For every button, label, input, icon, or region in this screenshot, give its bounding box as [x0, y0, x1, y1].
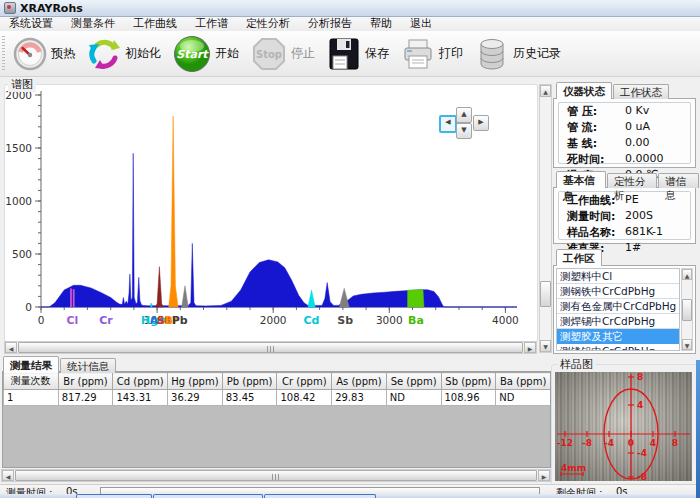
field-label: 死时间: [567, 152, 625, 167]
tab-basic-info[interactable]: 基本信息 [556, 171, 606, 188]
element-label-Sb: Sb [337, 314, 353, 327]
tab-statistics[interactable]: 统计信息 [60, 358, 116, 373]
instrument-tabs: 仪器状态 工作状态 [556, 82, 670, 99]
instrument-status-panel: 管 压:0 Kv管 流:0 uA基 线:0.00死时间:0.0000温 度:0.… [553, 98, 696, 168]
workspace-item-5[interactable]: 测镁铝中CrCdPbHg [557, 344, 679, 351]
results-table-container: 测量次数Br (ppm)Cd (ppm)Hg (ppm)Pb (ppm)Cr (… [2, 371, 551, 468]
tab-qualitative-analysis[interactable]: 定性分析 [607, 173, 657, 188]
save-label: 保存 [365, 45, 389, 62]
line-marker [150, 303, 152, 307]
scroll-left-icon[interactable]: ◀ [2, 470, 14, 481]
taskbar-button[interactable] [76, 494, 152, 498]
workspace-item-3[interactable]: 测焊锡中CrCdPbHg [557, 314, 679, 329]
svg-text:4: 4 [650, 438, 656, 448]
series-peak-cyan-cd [308, 290, 315, 307]
line-marker [73, 289, 75, 307]
print-label: 打印 [439, 45, 463, 62]
svg-text:-4: -4 [637, 448, 647, 458]
column-header[interactable]: Hg (ppm) [168, 373, 223, 390]
taskbar-button[interactable] [264, 494, 376, 498]
menu-item-6[interactable]: 帮助 [361, 17, 401, 31]
column-header[interactable]: 测量次数 [4, 373, 59, 390]
pan-up-button[interactable]: ▲ [456, 107, 472, 123]
scroll-right-icon[interactable]: ▶ [524, 342, 536, 353]
vertical-scroll-thumb[interactable] [540, 281, 551, 307]
svg-text:Start: Start [176, 48, 209, 61]
table-row[interactable]: 1817.29143.3136.2983.45108.4229.83ND108.… [4, 390, 551, 406]
vertical-scroll-thumb[interactable] [682, 299, 692, 321]
chart-horizontal-scrollbar[interactable]: ◀ ▶ [4, 341, 537, 354]
scroll-up-icon[interactable]: ▲ [540, 85, 551, 97]
field-label: 测量时间: [567, 209, 625, 224]
desktop-sliver [696, 360, 700, 498]
menu-item-4[interactable]: 定性分析 [237, 17, 299, 31]
start-button[interactable]: Start 开始 [169, 33, 247, 75]
initialize-button[interactable]: 初始化 [83, 35, 169, 73]
column-header[interactable]: Cd (ppm) [113, 373, 168, 390]
svg-text:8: 8 [637, 372, 643, 382]
scroll-down-icon[interactable]: ▼ [540, 340, 551, 352]
column-header[interactable]: Br (ppm) [58, 373, 113, 390]
field-value: 0 Kv [625, 104, 649, 119]
svg-text:500: 500 [12, 248, 32, 260]
menu-item-3[interactable]: 工作谱 [186, 17, 237, 31]
save-button[interactable]: 保存 [323, 35, 397, 73]
pan-right-button[interactable]: ▶ [473, 115, 489, 131]
menu-item-0[interactable]: 系统设置 [0, 17, 62, 31]
column-header[interactable]: Cr (ppm) [277, 373, 332, 390]
tab-workspace[interactable]: 工作区 [556, 249, 602, 266]
menu-item-7[interactable]: 退出 [401, 17, 441, 31]
series-band-green-ba [408, 290, 424, 307]
tab-measure-results[interactable]: 测量结果 [3, 356, 59, 373]
column-header[interactable]: Ba (ppm) [496, 373, 551, 390]
save-icon [327, 37, 361, 71]
stop-button[interactable]: Stop 停止 [247, 34, 323, 74]
tab-spectrum-info[interactable]: 谱信息 [658, 173, 699, 188]
table-horizontal-scrollbar[interactable]: ◀ ▶ [1, 469, 551, 482]
svg-text:3000: 3000 [376, 314, 403, 326]
column-header[interactable]: Sb (ppm) [441, 373, 496, 390]
chart-group-label: 谱图 [8, 77, 36, 92]
preheat-button[interactable]: 预热 [9, 35, 83, 73]
workspace-item-0[interactable]: 测塑料中Cl [557, 269, 679, 284]
print-button[interactable]: 打印 [397, 35, 471, 73]
toolbar: 预热 初始化 Start [0, 31, 700, 77]
history-button[interactable]: 历史记录 [471, 35, 569, 73]
tab-instrument-status[interactable]: 仪器状态 [556, 82, 612, 99]
workspace-item-4[interactable]: 测塑胶及其它 [557, 329, 679, 344]
print-icon [401, 37, 435, 71]
table-cell: 1 [4, 390, 59, 406]
menu-item-5[interactable]: 分析报告 [299, 17, 361, 31]
chart-vertical-scrollbar[interactable]: ▲ ▼ [539, 84, 552, 353]
field-row: 管 压:0 Kv [559, 103, 690, 119]
column-header[interactable]: As (ppm) [332, 373, 387, 390]
workspace-scrollbar[interactable]: ▲ ▼ [681, 268, 693, 351]
scroll-right-icon[interactable]: ▶ [538, 470, 550, 481]
workspace-item-1[interactable]: 测钢铁中CrCdPbHg [557, 284, 679, 299]
table-cell: 108.42 [277, 390, 332, 406]
scroll-left-icon[interactable]: ◀ [5, 342, 17, 353]
pan-left-button[interactable]: ◀ [439, 115, 457, 133]
horizontal-scroll-thumb[interactable] [15, 470, 537, 481]
results-tabs: 测量结果 统计信息 [3, 356, 117, 373]
field-label: 样品名称: [567, 225, 625, 240]
gauge-icon [13, 37, 47, 71]
column-header[interactable]: Se (ppm) [386, 373, 441, 390]
menu-item-1[interactable]: 测量条件 [62, 17, 124, 31]
scroll-down-icon[interactable]: ▼ [682, 339, 692, 350]
taskbar-button[interactable] [153, 494, 263, 498]
workspace-item-2[interactable]: 测有色金属中CrCdPbHg [557, 299, 679, 314]
scroll-up-icon[interactable]: ▲ [682, 269, 692, 280]
menu-bar: 系统设置测量条件工作曲线工作谱定性分析分析报告帮助退出 [0, 17, 700, 32]
horizontal-scroll-thumb[interactable] [18, 342, 523, 353]
field-value: 0.0000 [625, 152, 664, 167]
svg-text:0: 0 [25, 301, 32, 313]
tab-work-status[interactable]: 工作状态 [613, 84, 669, 99]
series-peak-gray-hg-region [182, 286, 189, 307]
element-label-Cd: Cd [304, 314, 320, 327]
field-row: 基 线:0.00 [559, 135, 690, 151]
table-cell: 36.29 [168, 390, 223, 406]
pan-down-button[interactable]: ▼ [456, 123, 472, 139]
menu-item-2[interactable]: 工作曲线 [124, 17, 186, 31]
column-header[interactable]: Pb (ppm) [222, 373, 277, 390]
